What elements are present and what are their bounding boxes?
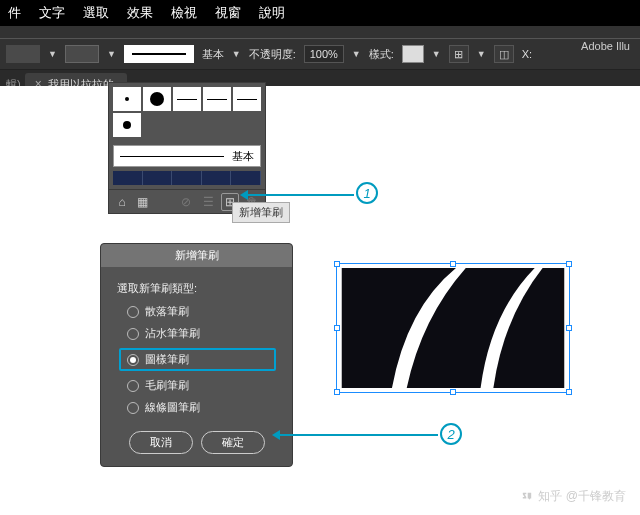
callout-line — [278, 434, 438, 436]
app-name: Adobe Illu — [581, 40, 630, 52]
selection-handle[interactable] — [334, 261, 340, 267]
arrow-icon — [272, 430, 280, 440]
brush-swatch[interactable] — [113, 87, 141, 111]
radio-icon — [127, 328, 139, 340]
selection-handle[interactable] — [334, 389, 340, 395]
menubar: 件 文字 選取 效果 檢視 視窗 說明 — [0, 0, 640, 26]
radio-icon — [127, 380, 139, 392]
transform-button[interactable]: ◫ — [494, 45, 514, 63]
radio-icon — [127, 306, 139, 318]
radio-bristle-brush[interactable]: 毛刷筆刷 — [127, 378, 276, 393]
dropdown-icon[interactable]: ▼ — [432, 49, 441, 59]
callout-line — [246, 194, 354, 196]
cancel-button[interactable]: 取消 — [129, 431, 193, 454]
dropdown-icon[interactable]: ▼ — [352, 49, 361, 59]
tooltip: 新增筆刷 — [232, 202, 290, 223]
selection-handle[interactable] — [566, 325, 572, 331]
selection-handle[interactable] — [450, 261, 456, 267]
brush-swatch[interactable] — [143, 87, 171, 111]
libraries-icon[interactable]: ▦ — [133, 193, 151, 211]
texture-brush-row[interactable] — [113, 171, 261, 185]
new-brush-dialog: 新增筆刷 選取新筆刷類型: 散落筆刷 沾水筆筆刷 圖樣筆刷 毛刷筆刷 線條圖筆刷… — [100, 243, 293, 467]
brush-swatch[interactable] — [173, 87, 201, 111]
brush-preset-label: 基本 — [202, 47, 224, 62]
radio-scatter-brush[interactable]: 散落筆刷 — [127, 304, 276, 319]
library-icon[interactable]: ⌂ — [113, 193, 131, 211]
menu-item[interactable]: 選取 — [83, 4, 109, 22]
selection-handle[interactable] — [450, 389, 456, 395]
style-swatch[interactable] — [402, 45, 424, 63]
dropdown-icon[interactable]: ▼ — [477, 49, 486, 59]
dialog-prompt: 選取新筆刷類型: — [117, 281, 276, 296]
dropdown-icon[interactable]: ▼ — [232, 49, 241, 59]
brush-swatch[interactable] — [203, 87, 231, 111]
watermark: 知乎 @千锋教育 — [520, 488, 626, 505]
callout-badge: 1 — [356, 182, 378, 204]
radio-icon — [127, 354, 139, 366]
brush-swatch[interactable] — [233, 87, 261, 111]
align-button[interactable]: ⊞ — [449, 45, 469, 63]
brush-preview[interactable] — [124, 45, 194, 63]
menu-item[interactable]: 視窗 — [215, 4, 241, 22]
control-toolbar: ▼ ▼ 基本 ▼ 不透明度: 100% ▼ 樣式: ▼ ⊞ ▼ ◫ X: — [0, 38, 640, 70]
selection-handle[interactable] — [566, 389, 572, 395]
dropdown-icon[interactable]: ▼ — [48, 49, 57, 59]
radio-art-brush[interactable]: 線條圖筆刷 — [127, 400, 276, 415]
menu-item[interactable]: 效果 — [127, 4, 153, 22]
brush-swatches — [109, 83, 265, 141]
basic-brush-label: 基本 — [232, 149, 254, 164]
ok-button[interactable]: 確定 — [201, 431, 265, 454]
x-label: X: — [522, 48, 532, 60]
style-label: 樣式: — [369, 47, 394, 62]
basic-brush-row[interactable]: 基本 — [113, 145, 261, 167]
selection-handle[interactable] — [334, 325, 340, 331]
selection-handle[interactable] — [566, 261, 572, 267]
opacity-field[interactable]: 100% — [304, 45, 344, 63]
arrow-icon — [240, 190, 248, 200]
opacity-label: 不透明度: — [249, 47, 296, 62]
menu-item[interactable]: 檢視 — [171, 4, 197, 22]
stroke-swatch[interactable] — [65, 45, 99, 63]
dialog-title: 新增筆刷 — [101, 244, 292, 267]
selected-artwork[interactable] — [336, 263, 570, 393]
menu-item[interactable]: 文字 — [39, 4, 65, 22]
radio-calligraphic-brush[interactable]: 沾水筆筆刷 — [127, 326, 276, 341]
radio-pattern-brush[interactable]: 圖樣筆刷 — [119, 348, 276, 371]
brush-type-radios: 散落筆刷 沾水筆筆刷 圖樣筆刷 毛刷筆刷 線條圖筆刷 — [117, 304, 276, 415]
dropdown-icon[interactable]: ▼ — [107, 49, 116, 59]
menu-item[interactable]: 件 — [8, 4, 21, 22]
zhihu-icon — [520, 490, 534, 504]
options-icon[interactable]: ☰ — [199, 193, 217, 211]
artwork-shape — [337, 264, 569, 392]
remove-stroke-icon[interactable]: ⊘ — [177, 193, 195, 211]
brush-swatch[interactable] — [113, 113, 141, 137]
fill-swatch[interactable] — [6, 45, 40, 63]
radio-icon — [127, 402, 139, 414]
callout-badge: 2 — [440, 423, 462, 445]
menu-item[interactable]: 說明 — [259, 4, 285, 22]
